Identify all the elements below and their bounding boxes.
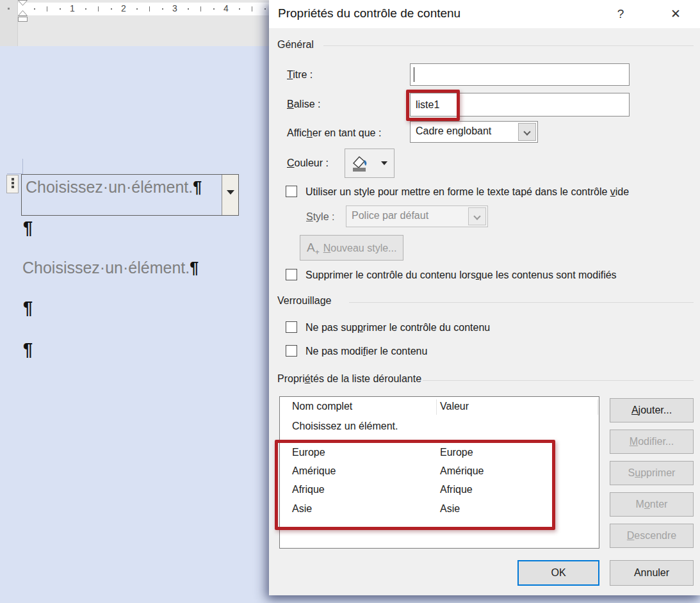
group-heading-general: Général [277, 39, 314, 51]
annotation-box-list-entries [275, 440, 555, 530]
text-boundary-mark [7, 173, 22, 174]
help-icon[interactable]: ? [610, 5, 631, 23]
ruler-number: 2 [117, 3, 130, 13]
no-edit-label: Ne pas modifier le contenu [305, 346, 427, 357]
ruler-number: 4 [220, 3, 232, 13]
remove-control-label: Supprimer le contrôle du contenu lorsque… [305, 269, 617, 281]
content-control-handle[interactable] [6, 175, 19, 193]
balise-label: Balise : [287, 99, 320, 110]
combo-dropdown-button[interactable] [518, 123, 536, 141]
dialog-title: Propriétés du contrôle de contenu [278, 6, 460, 20]
group-heading-verrouillage: Verrouillage [277, 295, 332, 307]
ruler-number: 3 [168, 3, 181, 13]
titre-label: Titre : [287, 69, 313, 81]
paragraph-mark: ¶ [23, 218, 33, 238]
style-label: Style : [306, 211, 334, 223]
content-control-text: Choisissez·un·élément.¶ [26, 178, 202, 197]
column-separator [598, 399, 598, 415]
chevron-down-icon [473, 213, 480, 220]
group-line [323, 45, 694, 46]
descendre-button: Descendre [610, 524, 694, 548]
column-header-valeur[interactable]: Valeur [440, 401, 469, 412]
shading-bucket-icon [351, 154, 369, 172]
group-line [349, 302, 694, 303]
couleur-button[interactable] [345, 149, 395, 178]
annotation-box-balise [406, 90, 460, 121]
column-header-nom-complet[interactable]: Nom complet [292, 401, 352, 412]
table-row[interactable]: Choisissez un élément. [280, 419, 599, 437]
no-edit-checkbox[interactable] [286, 345, 297, 357]
chevron-down-icon [523, 128, 530, 135]
text-boundary-mark [22, 159, 23, 174]
supprimer-button: Supprimer [610, 461, 694, 485]
text-caret [414, 67, 414, 82]
combo-dropdown-button [468, 207, 486, 225]
caret-down-icon [227, 190, 234, 195]
group-heading-liste: Propriétés de la liste déroulante [277, 373, 421, 385]
ruler-band: 1 2 3 4 [0, 0, 269, 46]
use-style-label: Utiliser un style pour mettre en forme l… [305, 186, 629, 198]
nouveau-style-button: A+Nouveau style... [300, 235, 403, 261]
ruler-corner [0, 0, 18, 46]
annuler-button[interactable]: Annuler [610, 560, 694, 586]
caret-down-icon [381, 161, 387, 165]
ruler: 1 2 3 4 [18, 3, 269, 15]
dropdown-content-control[interactable]: Choisissez·un·élément.¶ [21, 174, 239, 216]
indent-markers-icon[interactable] [17, 0, 29, 23]
content-control-dropdown-button[interactable] [222, 175, 238, 215]
group-line [423, 380, 694, 381]
modifier-button: Modifier... [610, 430, 694, 454]
pilcrow-mark: ¶ [190, 259, 199, 277]
use-style-checkbox[interactable] [286, 186, 297, 197]
afficher-label: Afficher en tant que : [287, 127, 381, 139]
document-text-line: Choisissez·un·élément.¶ [22, 259, 199, 277]
no-delete-checkbox[interactable] [286, 321, 297, 333]
pilcrow-mark: ¶ [193, 178, 202, 196]
style-combobox[interactable]: Police par défaut [346, 205, 488, 227]
column-separator [436, 399, 437, 415]
dialog-titlebar: Propriétés du contrôle de contenu ? ✕ [269, 0, 700, 28]
new-style-icon: A+ [307, 241, 320, 254]
no-delete-label: Ne pas supprimer le contrôle du contenu [305, 322, 490, 334]
paragraph-mark: ¶ [23, 340, 33, 360]
afficher-combobox[interactable]: Cadre englobant [410, 121, 538, 143]
couleur-label: Couleur : [287, 157, 329, 169]
monter-button: Monter [610, 492, 694, 517]
close-icon[interactable]: ✕ [665, 5, 687, 23]
word-window: 1 2 3 4 Choisissez·un·élément.¶ ¶ Choisi… [0, 0, 700, 603]
remove-control-checkbox[interactable] [286, 269, 297, 280]
content-control-properties-dialog: Propriétés du contrôle de contenu ? ✕ Gé… [269, 0, 700, 595]
titre-input[interactable] [410, 63, 630, 86]
paragraph-mark: ¶ [23, 298, 33, 318]
ok-button[interactable]: OK [517, 560, 599, 586]
ajouter-button[interactable]: Ajouter... [610, 398, 694, 422]
ruler-number: 1 [66, 3, 79, 13]
